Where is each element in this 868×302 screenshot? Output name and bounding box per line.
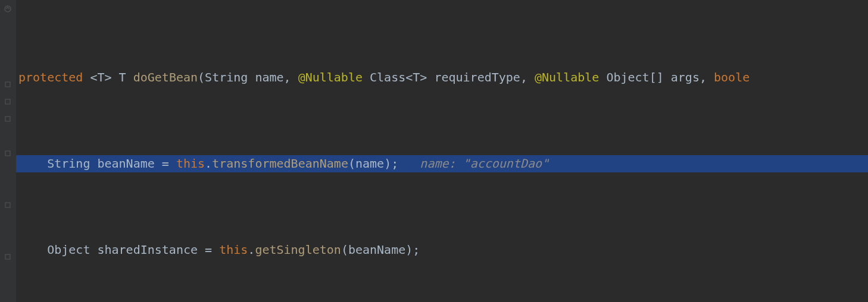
method-marker-icon	[4, 149, 12, 158]
method-marker-icon	[4, 115, 12, 123]
code-text: Object sharedInstance =	[47, 243, 219, 257]
keyword: boole	[714, 70, 750, 84]
code-line-current[interactable]: String beanName = this.transformedBeanNa…	[16, 155, 868, 172]
annotation: @Nullable	[535, 70, 599, 84]
svg-rect-1	[5, 82, 10, 87]
code-text: Class<T> requiredType,	[363, 70, 535, 84]
svg-rect-5	[5, 203, 10, 207]
inline-hint-value: "accountDao"	[463, 156, 549, 171]
code-text	[83, 70, 90, 84]
indent	[18, 156, 47, 171]
svg-rect-4	[5, 151, 10, 156]
method-marker-icon	[4, 201, 12, 209]
code-text: Object[] args,	[599, 70, 714, 84]
code-text: .	[248, 243, 255, 257]
method-call: transformedBeanName	[212, 156, 348, 171]
method-name: doGetBean	[133, 70, 198, 84]
code-editor[interactable]: protected <T> T doGetBean(String name, @…	[16, 0, 868, 302]
method-marker-icon	[4, 80, 12, 89]
method-marker-icon	[4, 97, 12, 106]
keyword-this: this	[176, 156, 205, 171]
keyword: protected	[18, 70, 83, 84]
code-text: .	[205, 156, 212, 171]
svg-rect-6	[5, 254, 10, 259]
code-text: (name);	[348, 156, 398, 171]
keyword-this: this	[219, 243, 248, 257]
svg-rect-3	[5, 117, 10, 121]
code-text: <T> T	[90, 70, 133, 84]
gutter	[0, 0, 16, 302]
code-text: String beanName =	[47, 156, 176, 171]
annotation: @Nullable	[298, 70, 363, 84]
code-text: (String name,	[198, 70, 298, 84]
method-call: getSingleton	[255, 243, 341, 257]
spacer	[398, 156, 420, 171]
method-marker-icon	[4, 253, 12, 261]
override-icon	[4, 5, 12, 13]
indent	[18, 243, 47, 257]
code-line[interactable]: protected <T> T doGetBean(String name, @…	[16, 69, 868, 86]
inline-hint-label: name:	[420, 156, 463, 171]
code-text: (beanName);	[341, 243, 420, 257]
code-line[interactable]: Object sharedInstance = this.getSingleto…	[16, 241, 868, 259]
svg-rect-2	[5, 99, 10, 104]
